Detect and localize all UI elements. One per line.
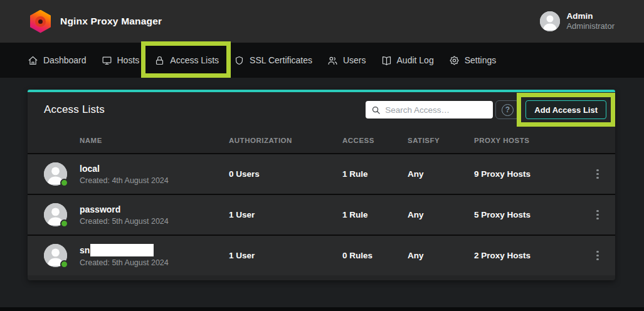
cell-access: 0 Rules bbox=[342, 251, 408, 260]
nav-label: Hosts bbox=[117, 55, 140, 65]
table-row[interactable]: local Created: 4th August 2024 0 Users 1… bbox=[28, 153, 615, 194]
bottom-edge bbox=[0, 307, 644, 311]
status-dot-icon bbox=[60, 219, 68, 228]
status-dot-icon bbox=[60, 260, 68, 268]
access-list-name: local bbox=[80, 164, 169, 174]
table-header-row: NAME AUTHORIZATION ACCESS SATISFY PROXY … bbox=[28, 127, 615, 153]
panel-title: Access Lists bbox=[44, 103, 105, 116]
access-list-name: sn bbox=[80, 244, 169, 256]
app-title: Nginx Proxy Manager bbox=[60, 16, 162, 27]
npm-logo-icon bbox=[30, 10, 51, 33]
nav-item-ssl-certificates[interactable]: SSL Certificates bbox=[226, 43, 320, 78]
nav-item-dashboard[interactable]: Dashboard bbox=[28, 43, 94, 78]
gear-icon bbox=[449, 55, 460, 66]
cell-satisfy: Any bbox=[408, 169, 474, 179]
redaction-box bbox=[90, 244, 154, 256]
nav-label: Audit Log bbox=[397, 55, 434, 65]
row-menu-kebab-icon[interactable] bbox=[593, 206, 603, 224]
row-menu-kebab-icon[interactable] bbox=[593, 166, 603, 183]
column-header-satisfy: SATISFY bbox=[408, 137, 474, 144]
monitor-icon bbox=[102, 55, 112, 66]
cell-proxy-hosts: 5 Proxy Hosts bbox=[474, 210, 580, 219]
lock-icon bbox=[154, 55, 165, 66]
nav-item-hosts[interactable]: Hosts bbox=[94, 43, 147, 78]
search-box bbox=[366, 101, 493, 119]
nav-label: Access Lists bbox=[170, 55, 219, 65]
panel-header: Access Lists ? Add Access List bbox=[28, 92, 615, 127]
add-access-list-button[interactable]: Add Access List bbox=[525, 100, 606, 119]
column-header-access: ACCESS bbox=[342, 137, 408, 144]
row-menu-kebab-icon[interactable] bbox=[593, 247, 603, 265]
nav-item-audit-log[interactable]: Audit Log bbox=[374, 43, 441, 78]
nav-label: Dashboard bbox=[43, 55, 87, 65]
search-icon bbox=[371, 105, 381, 115]
cell-access: 1 Rule bbox=[342, 210, 408, 219]
cell-access: 1 Rule bbox=[342, 169, 408, 179]
book-icon bbox=[381, 55, 392, 66]
table-row[interactable]: sn Created: 5th August 2024 1 User 0 Rul… bbox=[28, 235, 615, 275]
column-header-name: NAME bbox=[28, 137, 229, 144]
help-icon: ? bbox=[502, 104, 514, 116]
access-list-created: Created: 5th August 2024 bbox=[80, 258, 169, 267]
user-menu[interactable]: Admin Administrator bbox=[540, 11, 615, 31]
row-avatar bbox=[44, 162, 67, 186]
nav-item-access-lists[interactable]: Access Lists bbox=[147, 43, 226, 78]
user-role: Administrator bbox=[566, 21, 615, 31]
cell-authorization: 0 Users bbox=[229, 169, 342, 179]
column-header-authorization: AUTHORIZATION bbox=[229, 137, 342, 144]
row-avatar bbox=[44, 203, 67, 226]
nav-item-settings[interactable]: Settings bbox=[441, 43, 504, 78]
cell-satisfy: Any bbox=[408, 251, 474, 260]
users-icon bbox=[327, 55, 338, 66]
cell-proxy-hosts: 2 Proxy Hosts bbox=[474, 251, 580, 260]
home-icon bbox=[28, 55, 38, 66]
user-name: Admin bbox=[566, 11, 615, 21]
top-header-bar: Nginx Proxy Manager Admin Administrator bbox=[0, 0, 644, 43]
access-lists-panel: Access Lists ? Add Access List NAME AUTH… bbox=[28, 90, 615, 280]
column-header-proxy-hosts: PROXY HOSTS bbox=[474, 137, 580, 144]
cell-satisfy: Any bbox=[408, 210, 474, 219]
user-avatar bbox=[540, 11, 560, 31]
nav-item-users[interactable]: Users bbox=[320, 43, 374, 78]
cell-authorization: 1 User bbox=[229, 251, 342, 260]
nav-label: Settings bbox=[465, 55, 497, 65]
search-input[interactable] bbox=[366, 101, 493, 119]
table-row[interactable]: password Created: 5th August 2024 1 User… bbox=[28, 194, 615, 235]
cell-proxy-hosts: 9 Proxy Hosts bbox=[474, 169, 580, 179]
row-avatar bbox=[44, 244, 67, 267]
access-list-name: password bbox=[80, 204, 169, 215]
help-button[interactable]: ? bbox=[495, 100, 519, 119]
access-list-created: Created: 4th August 2024 bbox=[80, 176, 169, 185]
access-list-created: Created: 5th August 2024 bbox=[80, 217, 169, 226]
cell-authorization: 1 User bbox=[229, 210, 342, 219]
main-nav: Dashboard Hosts Access Lists SSL Certifi… bbox=[0, 43, 644, 78]
shield-icon bbox=[234, 55, 245, 66]
nav-label: SSL Certificates bbox=[250, 55, 312, 65]
nav-label: Users bbox=[343, 55, 366, 65]
status-dot-icon bbox=[60, 179, 68, 187]
